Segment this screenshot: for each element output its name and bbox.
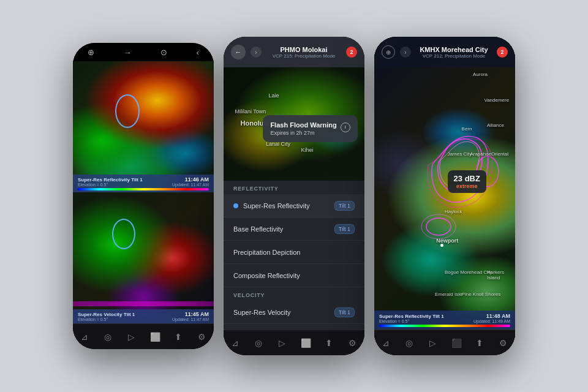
warning-subtitle: Expires in 2h 27m [270, 130, 336, 136]
color-scale-right [379, 325, 510, 327]
map-alliance: Alliance [487, 123, 504, 128]
menu-label-composite: Composite Reflectivity [233, 272, 300, 279]
share-icon[interactable]: ⬆ [172, 330, 185, 344]
crosshair-btn-right[interactable]: ⊕ [382, 45, 395, 59]
bottom-time-right: 11:48 AM [486, 313, 510, 319]
bottom-info-right: Super-Res Reflectivity Tilt 1 11:48 AM E… [374, 311, 515, 330]
panel-bottom-label: Super-Res Velocity Tilt 1 [78, 312, 135, 317]
menu-label-precip: Precipitation Depiction [233, 249, 300, 256]
header-title-right: KMHX Morehead City VCP 212: Precipitatio… [416, 46, 492, 59]
phone-right: ⊕ › KMHX Morehead City VCP 212: Precipit… [374, 37, 515, 355]
menu-badge-velocity: Tilt 1 [334, 307, 355, 317]
panel-top-label: Super-Res Reflectivity Tilt 1 [78, 177, 143, 183]
play-icon-mid[interactable]: ▷ [276, 336, 289, 350]
back-button[interactable]: ← [231, 45, 246, 59]
warning-card[interactable]: Flash Flood Warning Expires in 2h 27m i [263, 115, 357, 142]
velocity-band [73, 301, 214, 306]
bottom-updated-right: Updated: 11:49 AM [473, 319, 510, 323]
notification-badge-middle[interactable]: 2 [346, 47, 357, 58]
menu-label-velocity: Super-Res Velocity [233, 309, 291, 316]
play-icon[interactable]: ▷ [125, 330, 138, 344]
forward-btn[interactable]: › [251, 47, 262, 58]
loop-icon-right[interactable]: ◎ [402, 336, 416, 350]
map-label-kihei: Kihei [301, 147, 314, 153]
map-vandemere: Vandemere [484, 97, 509, 103]
radar-panel-bottom: Super-Res Velocity Tilt 1 11:45 AM Eleva… [73, 192, 214, 323]
menu-badge-base: Tilt 1 [334, 224, 355, 234]
map-oriental: Oriental [491, 151, 508, 157]
menu-section: REFLECTIVITY Super-Res Reflectivity Tilt… [224, 181, 364, 330]
station-mode-middle: VCP 215: Precipitation Mode [266, 53, 341, 59]
map-label-laie: Laie [269, 92, 279, 99]
storm-label: extreme [454, 183, 480, 189]
header-bar-middle: ← › PHMO Molokai VCP 215: Precipitation … [224, 37, 364, 67]
settings-icon-right[interactable]: ⚙ [497, 336, 510, 350]
map-harkers: Harkers Island [487, 270, 515, 281]
map-haylock: Haylock [445, 209, 462, 214]
menu-item-superres[interactable]: Super-Res Reflectivity Tilt 1 [224, 194, 364, 217]
share-icon-mid[interactable]: ⬆ [322, 336, 336, 350]
active-dot [233, 203, 238, 208]
loop-icon-mid[interactable]: ◎ [252, 336, 265, 350]
station-name-middle: PHMO Molokai [266, 46, 341, 53]
map-arapahoe: Arapahoe [470, 151, 491, 157]
map-emeraldisle: Emerald Isle [435, 292, 462, 297]
forward-btn-right[interactable]: › [400, 47, 411, 58]
menu-item-base[interactable]: Base Reflectivity Tilt 1 [224, 217, 364, 241]
toolbar-middle: ⊿ ◎ ▷ ⬜ ⬆ ⚙ [224, 330, 364, 355]
reflectivity-header: REFLECTIVITY [224, 181, 364, 194]
map-bern: Bern [462, 126, 472, 132]
notification-badge-right[interactable]: 2 [497, 47, 508, 58]
collapse-icon[interactable]: ‹ [197, 48, 199, 57]
map-jamescity: James City [448, 151, 472, 157]
header-bar-right: ⊕ › KMHX Morehead City VCP 212: Precipit… [374, 37, 515, 67]
map-aurora: Aurora [473, 72, 488, 77]
phone-left: ⊕ → ⊙ ‹ Super-Res Reflectivity Tilt 1 11… [73, 43, 214, 349]
annotation-oval-top [115, 94, 140, 128]
menu-item-composite[interactable]: Composite Reflectivity [224, 264, 364, 287]
panel-top-elevation: Elevation = 0.5° [78, 183, 108, 187]
info-icon[interactable]: i [341, 123, 350, 132]
header-title-middle: PHMO Molokai VCP 215: Precipitation Mode [266, 46, 341, 59]
menu-item-velocity[interactable]: Super-Res Velocity Tilt 1 [224, 301, 364, 324]
panel-bottom-elevation: Elevation = 0.5° [78, 317, 108, 322]
station-name-right: KMHX Morehead City [416, 46, 492, 53]
navigate-icon[interactable]: ⊿ [78, 330, 91, 344]
navigate-icon-right[interactable]: ⊿ [379, 336, 393, 350]
layers-icon[interactable]: ⬜ [148, 330, 162, 344]
panel-bottom-updated: Updated: 11:47 AM [172, 317, 209, 322]
velocity-header: VELOCITY [224, 287, 364, 301]
map-label-mililani: Mililani Town [235, 108, 266, 115]
settings-icon-mid[interactable]: ⚙ [346, 336, 360, 350]
warning-title: Flash Flood Warning [270, 121, 336, 129]
toolbar-right: ⊿ ◎ ▷ ⬛ ⬆ ⚙ [374, 330, 515, 355]
menu-label-base: Base Reflectivity [233, 225, 283, 233]
panel-top-updated: Updated: 11:47 AM [172, 183, 209, 187]
forward-icon[interactable]: → [123, 48, 131, 57]
navigate-icon-mid[interactable]: ⊿ [228, 336, 242, 350]
svg-point-0 [426, 218, 451, 235]
layers-icon-mid[interactable]: ⬜ [299, 336, 312, 350]
toolbar-left: ⊿ ◎ ▷ ⬜ ⬆ ⚙ [73, 323, 214, 349]
contour-svg [374, 37, 515, 330]
share-icon-right[interactable]: ⬆ [473, 336, 486, 350]
storm-dbz: 23 dBZ [454, 174, 480, 183]
radar-panel-top: Super-Res Reflectivity Tilt 1 11:46 AM E… [73, 61, 214, 192]
loop-icon[interactable]: ◎ [101, 330, 115, 344]
nav-bar-left: ⊕ → ⊙ ‹ [73, 43, 214, 61]
panel-top-info: Super-Res Reflectivity Tilt 1 11:46 AM E… [73, 175, 214, 192]
panel-bottom-time: 11:45 AM [185, 311, 209, 317]
color-scale-top [78, 188, 209, 190]
station-mode-right: VCP 212: Precipitation Mode [416, 53, 492, 59]
play-icon-right[interactable]: ▷ [426, 336, 440, 350]
target-icon[interactable]: ⊙ [160, 48, 167, 57]
menu-item-precip[interactable]: Precipitation Depiction [224, 241, 364, 264]
map-pineknoll: Pine Knoll Shores [462, 292, 501, 297]
layers-icon-right[interactable]: ⬛ [450, 336, 463, 350]
menu-badge-superres: Tilt 1 [334, 201, 355, 211]
crosshair-icon[interactable]: ⊕ [88, 48, 94, 57]
map-bogue: Bogue [445, 270, 459, 275]
settings-icon[interactable]: ⚙ [195, 330, 209, 344]
panel-top-time: 11:46 AM [185, 176, 209, 183]
storm-callout: 23 dBZ extreme [448, 170, 486, 193]
